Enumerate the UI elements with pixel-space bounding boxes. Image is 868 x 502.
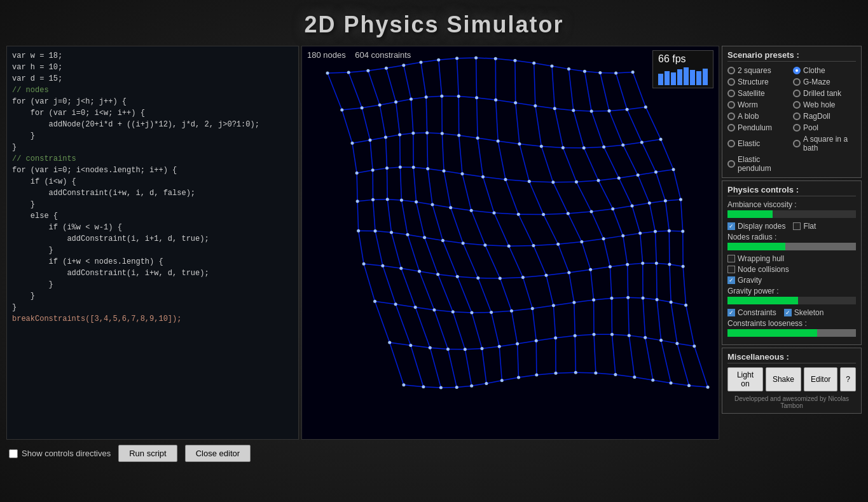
svg-point-449 [521, 276, 525, 279]
svg-point-383 [602, 146, 605, 149]
wrapping-hull-label: Wrapping hull [738, 254, 784, 263]
svg-point-335 [366, 69, 369, 72]
svg-point-371 [384, 135, 387, 139]
scenario-radio [727, 124, 735, 132]
svg-point-378 [497, 139, 500, 142]
svg-point-461 [414, 306, 417, 309]
svg-point-398 [551, 180, 555, 184]
scenario-item[interactable]: Satellite [727, 88, 790, 98]
editor-button[interactable]: Editor [804, 367, 837, 391]
scenario-presets-title: Scenario presets : [727, 50, 856, 62]
run-script-button[interactable]: Run script [118, 445, 177, 462]
wrapping-hull-checkbox[interactable] [727, 255, 735, 262]
svg-point-382 [582, 146, 586, 149]
scenario-item[interactable]: Pendulum [727, 123, 790, 133]
close-editor-button[interactable]: Close editor [185, 445, 251, 462]
scenario-item[interactable]: Web hole [793, 100, 856, 110]
svg-line-133 [628, 297, 643, 298]
ambiance-viscosity-bar[interactable] [727, 210, 856, 218]
svg-point-488 [593, 333, 596, 336]
svg-line-156 [441, 388, 457, 388]
svg-point-478 [409, 344, 412, 347]
svg-point-491 [644, 336, 647, 339]
scenario-item[interactable]: Drilled tank [793, 88, 856, 98]
show-controls-checkbox[interactable] [9, 449, 18, 458]
misc-buttons: Light on Shake Editor ? [727, 367, 856, 391]
svg-line-63 [553, 182, 577, 182]
svg-point-511 [687, 384, 691, 387]
scenario-item[interactable]: Clothe [793, 65, 856, 76]
code-editor[interactable]: var w = 18;var h = 10;var d = 15;// node… [6, 46, 299, 440]
svg-line-164 [575, 372, 596, 373]
svg-point-349 [614, 71, 617, 74]
svg-point-489 [610, 333, 614, 336]
shake-button[interactable]: Shake [766, 367, 801, 391]
skeleton-checkbox[interactable] [784, 309, 792, 316]
scenario-radio [793, 140, 801, 147]
scenario-item[interactable]: Elastic pendulum [727, 154, 790, 173]
physics-controls-section: Physics controls : Ambiance viscosity : … [722, 180, 862, 345]
scenario-radio [727, 112, 735, 120]
svg-point-341 [474, 57, 478, 60]
svg-point-407 [386, 198, 389, 201]
nodes-radius-bar[interactable] [727, 243, 856, 250]
display-nodes-checkbox[interactable] [727, 222, 735, 230]
svg-point-467 [531, 307, 534, 310]
svg-point-443 [399, 267, 403, 270]
svg-point-410 [431, 203, 434, 206]
svg-point-372 [398, 133, 401, 137]
code-lines: var w = 18;var h = 10;var d = 15;// node… [12, 50, 293, 325]
svg-point-453 [609, 265, 612, 268]
svg-point-414 [517, 213, 520, 216]
svg-point-343 [513, 59, 516, 62]
svg-point-486 [554, 336, 557, 339]
svg-line-101 [655, 231, 669, 231]
svg-point-427 [423, 236, 426, 239]
svg-point-505 [574, 371, 577, 374]
svg-point-385 [640, 140, 644, 144]
svg-point-476 [684, 304, 687, 307]
svg-point-469 [572, 301, 575, 304]
node-collisions-checkbox[interactable] [727, 266, 735, 273]
scenario-item[interactable]: RagDoll [793, 111, 856, 121]
scenario-item[interactable]: Worm [727, 100, 790, 110]
svg-point-445 [436, 273, 439, 276]
constraints-label: Constraints [738, 308, 776, 317]
svg-point-473 [642, 296, 645, 299]
svg-point-364 [572, 109, 575, 112]
svg-point-456 [655, 262, 658, 265]
svg-point-425 [390, 231, 393, 234]
scenario-item[interactable]: Pool [793, 123, 856, 133]
misc-title: Miscellaneous : [727, 352, 856, 363]
svg-point-430 [483, 243, 486, 247]
svg-point-487 [574, 334, 577, 337]
simulation-area[interactable]: 180 nodes 604 constraints 66 fps [301, 46, 719, 440]
question-button[interactable]: ? [840, 367, 856, 391]
svg-point-464 [470, 311, 473, 315]
scenario-item[interactable]: 2 squares [727, 65, 790, 76]
svg-point-415 [542, 213, 545, 216]
gravity-checkbox[interactable] [727, 276, 735, 284]
scenario-item[interactable]: G-Maze [793, 77, 856, 87]
svg-point-428 [441, 239, 444, 242]
light-on-button[interactable]: Light on [727, 367, 763, 391]
scenario-radio [793, 124, 801, 132]
constraints-checkbox[interactable] [727, 309, 735, 316]
gravity-power-bar[interactable] [727, 297, 856, 304]
svg-point-499 [470, 384, 473, 388]
svg-point-348 [598, 71, 602, 74]
svg-point-411 [449, 206, 452, 209]
misc-section: Miscellaneous : Light on Shake Editor ? … [722, 348, 862, 414]
scenario-item[interactable]: Structure [727, 77, 790, 87]
scenario-item[interactable]: A blob [727, 111, 790, 121]
svg-point-402 [637, 173, 640, 177]
svg-point-392 [426, 167, 429, 170]
svg-point-361 [514, 101, 517, 104]
svg-point-440 [681, 230, 684, 233]
constraints-looseness-bar[interactable] [727, 329, 856, 337]
svg-point-481 [464, 348, 467, 351]
flat-checkbox[interactable] [793, 222, 801, 230]
svg-point-475 [670, 301, 673, 304]
scenario-item[interactable]: Elastic [727, 134, 790, 153]
scenario-item[interactable]: A square in a bath [793, 134, 856, 153]
